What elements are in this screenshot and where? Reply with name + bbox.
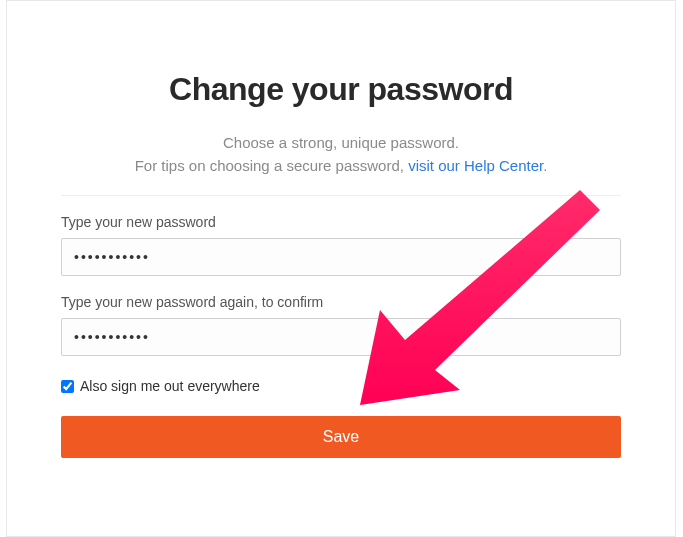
subtitle-line2-suffix: .	[543, 157, 547, 174]
subtitle: Choose a strong, unique password. For ti…	[61, 132, 621, 177]
form-card: Change your password Choose a strong, un…	[6, 0, 676, 537]
confirm-password-label: Type your new password again, to confirm	[61, 294, 621, 310]
help-center-link[interactable]: visit our Help Center	[408, 157, 543, 174]
new-password-label: Type your new password	[61, 214, 621, 230]
subtitle-line2-prefix: For tips on choosing a secure password,	[135, 157, 408, 174]
new-password-input[interactable]	[61, 238, 621, 276]
save-button[interactable]: Save	[61, 416, 621, 458]
page-title: Change your password	[61, 71, 621, 108]
signout-everywhere-checkbox[interactable]	[61, 380, 74, 393]
signout-everywhere-label: Also sign me out everywhere	[80, 378, 260, 394]
confirm-password-input[interactable]	[61, 318, 621, 356]
subtitle-line1: Choose a strong, unique password.	[223, 134, 459, 151]
divider	[61, 195, 621, 196]
